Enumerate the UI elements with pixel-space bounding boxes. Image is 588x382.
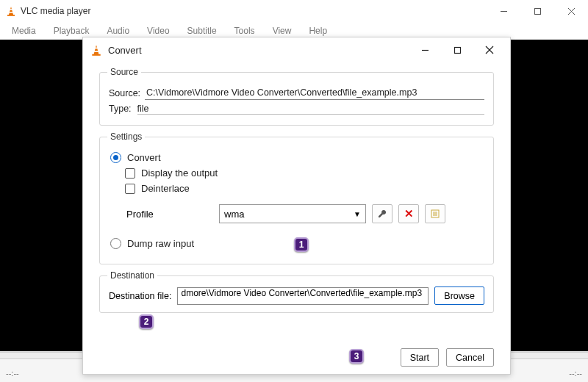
dialog-title: Convert	[108, 45, 409, 56]
svg-rect-11	[94, 51, 98, 52]
time-elapsed: --:--	[6, 369, 19, 378]
destination-legend: Destination	[107, 270, 157, 281]
source-value: C:\Vidmore\Vidmore Video Converter\Conve…	[145, 86, 484, 100]
settings-legend: Settings	[107, 131, 145, 142]
checkbox-icon	[125, 168, 135, 179]
svg-rect-9	[92, 54, 100, 56]
deinterlace-label: Deinterlace	[141, 183, 190, 194]
source-legend: Source	[107, 67, 141, 77]
radio-dot-icon	[110, 152, 121, 163]
profile-label: Profile	[126, 209, 215, 220]
convert-radio-label: Convert	[127, 152, 161, 163]
display-output-checkbox[interactable]: Display the output	[125, 167, 484, 179]
destination-group: Destination Destination file: dmore\Vidm…	[99, 270, 494, 313]
dialog-minimize-button[interactable]	[409, 39, 441, 61]
dialog-close-button[interactable]	[473, 39, 506, 61]
type-value-line: file	[137, 103, 484, 115]
deinterlace-checkbox[interactable]: Deinterlace	[125, 183, 484, 194]
main-maximize-button[interactable]	[520, 0, 554, 22]
svg-rect-13	[454, 47, 460, 53]
type-value: file	[137, 104, 149, 114]
svg-marker-8	[94, 45, 99, 54]
new-profile-button[interactable]	[425, 204, 445, 223]
svg-marker-0	[9, 7, 13, 15]
type-label: Type:	[109, 104, 132, 114]
svg-rect-2	[10, 9, 12, 10]
destination-file-input[interactable]: dmore\Vidmore Video Converter\Converted\…	[177, 287, 429, 305]
display-output-label: Display the output	[141, 167, 218, 179]
checkbox-icon	[125, 184, 135, 194]
dialog-titlebar[interactable]: Convert	[83, 37, 510, 62]
svg-rect-1	[7, 15, 15, 16]
start-button[interactable]: Start	[401, 348, 439, 367]
new-profile-icon	[430, 209, 440, 219]
chevron-down-icon: ▼	[354, 210, 361, 218]
annotation-marker-1: 1	[294, 237, 309, 252]
main-minimize-button[interactable]	[487, 0, 520, 22]
svg-rect-10	[95, 48, 98, 49]
svg-rect-5	[534, 8, 540, 14]
main-close-button[interactable]	[554, 0, 588, 22]
delete-profile-button[interactable]: ✕	[398, 204, 419, 223]
browse-button[interactable]: Browse	[434, 286, 484, 305]
x-icon: ✕	[404, 207, 414, 220]
profile-selected-value: wma	[224, 209, 244, 220]
cancel-button[interactable]: Cancel	[446, 348, 494, 367]
convert-dialog: Convert Source Source: C:\Vidmore\Vidmor…	[82, 37, 511, 375]
main-titlebar: VLC media player	[0, 0, 588, 22]
vlc-cone-icon	[90, 44, 102, 56]
convert-radio[interactable]: Convert	[110, 152, 484, 163]
source-label: Source:	[109, 88, 140, 98]
menu-media[interactable]: Media	[3, 23, 45, 39]
vlc-cone-icon	[6, 6, 16, 16]
dialog-maximize-button[interactable]	[441, 39, 473, 61]
wrench-icon	[377, 209, 387, 219]
annotation-marker-2: 2	[139, 314, 154, 329]
time-total: --:--	[569, 369, 582, 378]
profile-dropdown[interactable]: wma ▼	[219, 204, 366, 223]
svg-rect-3	[10, 12, 13, 13]
dump-raw-label: Dump raw input	[127, 238, 194, 249]
main-window-title: VLC media player	[21, 6, 487, 16]
source-group: Source Source: C:\Vidmore\Vidmore Video …	[99, 67, 494, 126]
annotation-marker-3: 3	[349, 349, 364, 364]
radio-dot-icon	[110, 238, 121, 249]
destination-file-label: Destination file:	[109, 291, 171, 301]
edit-profile-button[interactable]	[372, 204, 392, 223]
